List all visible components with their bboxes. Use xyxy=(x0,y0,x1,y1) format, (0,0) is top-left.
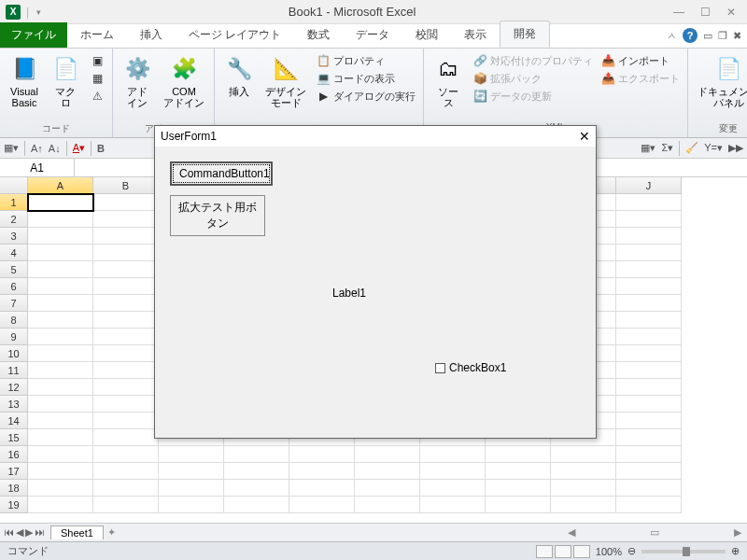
row-header[interactable]: 12 xyxy=(0,379,28,396)
insert-control-button[interactable]: 🔧 挿入 xyxy=(220,52,258,99)
cell[interactable] xyxy=(616,345,682,362)
visual-basic-button[interactable]: 📘 Visual Basic xyxy=(6,52,43,110)
row-header[interactable]: 1 xyxy=(0,194,28,211)
zoom-slider-thumb[interactable] xyxy=(683,547,690,556)
cell[interactable] xyxy=(93,194,159,211)
cell[interactable] xyxy=(616,480,682,497)
cell[interactable] xyxy=(224,480,289,497)
cell[interactable] xyxy=(93,480,159,497)
cell[interactable] xyxy=(27,193,94,212)
row-header[interactable]: 13 xyxy=(0,396,28,413)
cell[interactable] xyxy=(93,245,159,261)
checkbox-1[interactable]: CheckBox1 xyxy=(435,361,506,374)
sheet-nav-prev-icon[interactable]: ◀ xyxy=(16,526,23,539)
font-color-icon[interactable]: A▾ xyxy=(73,142,85,154)
misc-tool-3-icon[interactable]: 🧹 xyxy=(685,142,698,154)
row-header[interactable]: 7 xyxy=(0,295,28,312)
row-header[interactable]: 15 xyxy=(0,429,28,446)
cell[interactable] xyxy=(28,463,93,480)
cell[interactable] xyxy=(420,480,486,497)
cell[interactable] xyxy=(93,261,159,278)
row-header[interactable]: 10 xyxy=(0,345,28,362)
cell[interactable] xyxy=(28,245,93,261)
zoom-test-button[interactable]: 拡大テスト用ボタン xyxy=(170,195,265,236)
cell[interactable] xyxy=(551,463,616,480)
cell[interactable] xyxy=(28,497,93,513)
cell[interactable] xyxy=(159,480,224,497)
cell[interactable] xyxy=(93,379,159,396)
cell[interactable] xyxy=(159,497,224,513)
col-header[interactable]: B xyxy=(93,177,159,194)
cell[interactable] xyxy=(28,278,93,295)
cell[interactable] xyxy=(224,463,289,480)
cell[interactable] xyxy=(28,446,93,463)
cell[interactable] xyxy=(486,480,551,497)
userform-titlebar[interactable]: UserForm1 ✕ xyxy=(155,126,596,147)
tab-view[interactable]: 表示 xyxy=(451,22,500,48)
cell[interactable] xyxy=(616,362,682,379)
cell[interactable] xyxy=(93,396,159,413)
inner-minimize-icon[interactable]: ▭ xyxy=(703,30,712,42)
cell[interactable] xyxy=(616,295,682,312)
hscroll-left-icon[interactable]: ◀ xyxy=(568,526,575,539)
zoom-in-icon[interactable]: ⊕ xyxy=(731,545,740,557)
cell[interactable] xyxy=(616,413,682,429)
cell[interactable] xyxy=(486,497,551,513)
tab-file[interactable]: ファイル xyxy=(0,22,67,48)
cell[interactable] xyxy=(28,379,93,396)
misc-tool-5-icon[interactable]: ▶▶ xyxy=(728,142,743,154)
import-button[interactable]: 📥インポート xyxy=(599,52,682,69)
new-sheet-icon[interactable]: ✦ xyxy=(107,526,116,539)
source-button[interactable]: 🗂 ソース xyxy=(430,52,467,110)
inner-restore-icon[interactable]: ❐ xyxy=(718,30,727,42)
inner-close-icon[interactable]: ✖ xyxy=(733,30,741,42)
bold-icon[interactable]: B xyxy=(97,143,105,154)
refresh-data-button[interactable]: 🔄データの更新 xyxy=(471,88,595,105)
cell[interactable] xyxy=(420,463,486,480)
minimize-icon[interactable]: — xyxy=(672,6,685,19)
cell[interactable] xyxy=(289,480,355,497)
cell[interactable] xyxy=(28,480,93,497)
cell[interactable] xyxy=(93,463,159,480)
cell[interactable] xyxy=(93,295,159,312)
design-mode-button[interactable]: 📐 デザイン モード xyxy=(261,52,310,110)
font-increase-icon[interactable]: A↑ xyxy=(31,143,43,154)
cell[interactable] xyxy=(616,194,682,211)
cell[interactable] xyxy=(551,497,616,513)
misc-tool-4-icon[interactable]: Y=▾ xyxy=(704,142,723,154)
cell[interactable] xyxy=(289,446,355,463)
tab-data[interactable]: データ xyxy=(343,22,402,48)
command-button-1[interactable]: CommandButton1 xyxy=(170,161,273,186)
cell[interactable] xyxy=(616,379,682,396)
row-header[interactable]: 14 xyxy=(0,413,28,429)
cell[interactable] xyxy=(420,497,486,513)
cell[interactable] xyxy=(28,345,93,362)
cell[interactable] xyxy=(93,362,159,379)
row-header[interactable]: 11 xyxy=(0,362,28,379)
properties-button[interactable]: 📋プロパティ xyxy=(314,52,417,69)
hscroll-right-icon[interactable]: ▶ xyxy=(734,526,741,539)
tab-home[interactable]: ホーム xyxy=(67,22,127,48)
cell[interactable] xyxy=(28,329,93,345)
cell[interactable] xyxy=(28,312,93,329)
cell[interactable] xyxy=(289,463,355,480)
cell[interactable] xyxy=(616,211,682,228)
cell[interactable] xyxy=(616,446,682,463)
cell[interactable] xyxy=(551,480,616,497)
cell[interactable] xyxy=(28,228,93,245)
sheet-tab-1[interactable]: Sheet1 xyxy=(50,525,104,539)
cell[interactable] xyxy=(93,446,159,463)
view-pagebreak-icon[interactable] xyxy=(573,545,590,558)
row-header[interactable]: 8 xyxy=(0,312,28,329)
cell[interactable] xyxy=(616,396,682,413)
row-header[interactable]: 17 xyxy=(0,463,28,480)
sheet-nav-first-icon[interactable]: ⏮ xyxy=(4,526,14,539)
cell[interactable] xyxy=(224,497,289,513)
row-header[interactable]: 5 xyxy=(0,261,28,278)
cell[interactable] xyxy=(93,211,159,228)
misc-tool-1-icon[interactable]: ▦▾ xyxy=(641,142,655,154)
misc-tool-2-icon[interactable]: Σ▾ xyxy=(661,142,673,154)
cell[interactable] xyxy=(355,480,420,497)
cell[interactable] xyxy=(159,446,224,463)
tab-developer[interactable]: 開発 xyxy=(500,21,550,48)
